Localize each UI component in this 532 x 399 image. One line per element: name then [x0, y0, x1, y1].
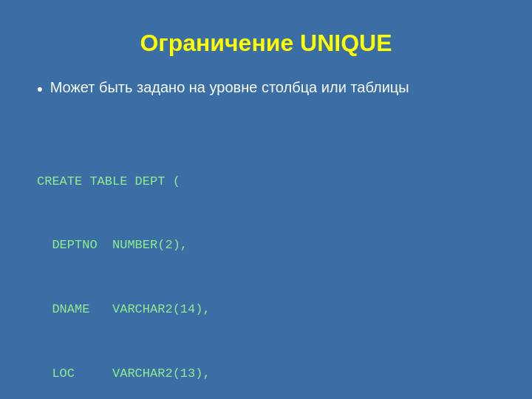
bullet-item: • Может быть задано на уровне столбца ил…	[37, 79, 495, 99]
bullet-dot: •	[37, 80, 43, 99]
code-block: CREATE TABLE DEPT ( DEPTNO NUMBER(2), DN…	[37, 129, 495, 399]
slide-title: Ограничение UNIQUE	[37, 30, 495, 57]
bullet-text: Может быть задано на уровне столбца или …	[50, 79, 409, 96]
code-line-3: DNAME VARCHAR2(14),	[37, 299, 495, 321]
bullet-section: • Может быть задано на уровне столбца ил…	[37, 79, 495, 99]
slide: Ограничение UNIQUE • Может быть задано н…	[0, 0, 532, 399]
code-line-4: LOC VARCHAR2(13),	[37, 364, 495, 385]
code-line-2: DEPTNO NUMBER(2),	[37, 235, 495, 256]
code-line-1: CREATE TABLE DEPT (	[37, 171, 495, 193]
